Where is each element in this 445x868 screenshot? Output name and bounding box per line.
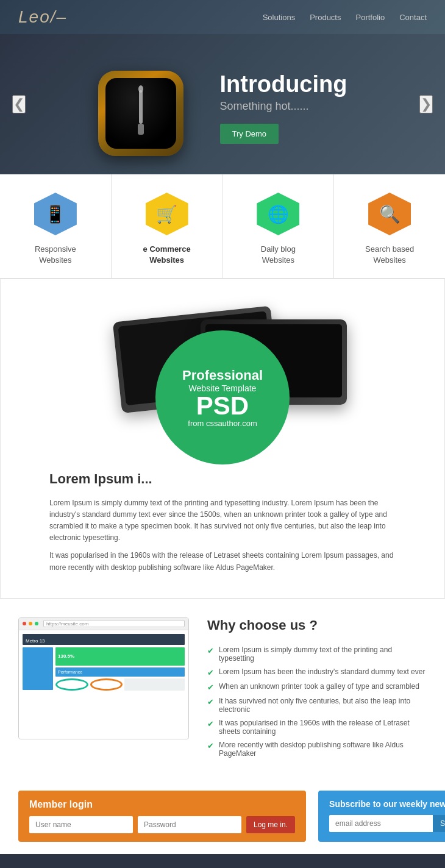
overlay-professional: Professional (182, 368, 263, 383)
feature-label-ecommerce: e Commerce Websites (121, 244, 213, 266)
why-heading: Why choose us ? (207, 617, 427, 633)
password-input[interactable] (138, 816, 241, 833)
overlay-psd: PSD (196, 393, 249, 419)
check-icon: ✔ (207, 741, 214, 750)
hex-icon-blog: 🌐 (257, 193, 299, 235)
fork-icon (126, 84, 156, 139)
feature-label-blog: Daily blog Websites (232, 244, 325, 266)
mock-performance-bar: 130.5% (55, 647, 185, 666)
username-input[interactable] (29, 816, 133, 833)
mock-sidebar (23, 647, 53, 690)
newsletter-box: Subscribe to our weekly newsletter Subsc… (318, 791, 445, 842)
check-icon: ✔ (207, 646, 214, 655)
hero-app-icon (98, 71, 183, 156)
hero-next-button[interactable]: ❯ (419, 95, 433, 113)
nav-solutions[interactable]: Solutions (263, 13, 295, 22)
footer: About Us About us Why us Customer Storie… (0, 854, 445, 868)
login-fields: Log me in. (29, 816, 295, 833)
svg-rect-0 (139, 90, 143, 124)
subscribe-button[interactable]: Subscribe (433, 815, 445, 832)
why-screenshot: https://meusite.com Metro 13 130.5% Perf… (18, 617, 189, 739)
login-button[interactable]: Log me in. (246, 816, 295, 833)
features-section: 📱 Responsive Websites 🛒 e Commerce Websi… (0, 174, 445, 279)
main-nav: Solutions Products Portfolio Contact (263, 13, 427, 22)
mock-main: 130.5% Performance (55, 647, 185, 691)
hero-section: ❮ Introducing Something hot...... Try De… (0, 34, 445, 174)
mock-app-header: Metro 13 (23, 634, 185, 645)
overlay-from: from cssauthor.com (188, 419, 257, 428)
showcase-section: Professional Website Template PSD from c… (0, 279, 445, 598)
list-item: ✔Lorem Ipsum has been the industry's sta… (207, 665, 427, 680)
hero-subheading: Something hot...... (220, 100, 347, 113)
newsletter-fields: Subscribe (329, 815, 445, 832)
mock-address-bar: https://meusite.com (43, 620, 185, 627)
why-list: ✔Lorem Ipsum is simply dummy text of the… (207, 643, 427, 760)
check-icon: ✔ (207, 683, 214, 692)
mock-max-dot (35, 622, 38, 625)
hex-icon-responsive: 📱 (34, 193, 77, 235)
check-icon: ✔ (207, 719, 214, 728)
hex-icon-search: 🔍 (368, 193, 411, 235)
showcase-devices: Professional Website Template PSD from c… (1, 279, 444, 456)
mock-table (124, 678, 185, 691)
showcase-paragraph1: Lorem Ipsum is simply dummy text of the … (49, 497, 396, 544)
list-item: ✔It has survived not only five centuries… (207, 694, 427, 716)
list-item: ✔More recently with desktop publishing s… (207, 738, 427, 760)
why-content: Why choose us ? ✔Lorem Ipsum is simply d… (207, 617, 427, 760)
list-item: ✔Lorem Ipsum is simply dummy text of the… (207, 643, 427, 665)
mock-min-dot (29, 622, 32, 625)
mock-close-dot (23, 622, 26, 625)
email-input[interactable] (329, 815, 433, 832)
member-login-box: Member login Log me in. (18, 791, 306, 842)
hex-icon-ecommerce: 🛒 (146, 193, 188, 235)
feature-blog[interactable]: 🌐 Daily blog Websites (223, 174, 335, 278)
cta-section: Member login Log me in. Subscribe to our… (0, 778, 445, 854)
nav-products[interactable]: Products (310, 13, 341, 22)
showcase-text: Lorem Ipsum i... Lorem Ipsum is simply d… (1, 456, 444, 597)
hero-text: Introducing Something hot...... Try Demo (220, 71, 347, 144)
check-icon: ✔ (207, 668, 214, 677)
newsletter-heading: Subscribe to our weekly newsletter (329, 799, 445, 809)
showcase-paragraph2: It was popularised in the 1960s with the… (49, 550, 396, 573)
list-item: ✔It was popularised in the 1960s with th… (207, 716, 427, 738)
nav-portfolio[interactable]: Portfolio (355, 13, 385, 22)
hero-heading: Introducing (220, 71, 347, 98)
mock-stats (55, 678, 185, 691)
nav-contact[interactable]: Contact (399, 13, 427, 22)
header: Leo/– Solutions Products Portfolio Conta… (0, 0, 445, 34)
feature-label-search: Search based Websites (343, 244, 436, 266)
feature-label-responsive: Responsive Websites (9, 244, 102, 266)
logo: Leo/– (18, 7, 67, 27)
feature-search[interactable]: 🔍 Search based Websites (334, 174, 445, 278)
why-section: https://meusite.com Metro 13 130.5% Perf… (0, 599, 445, 778)
list-item: ✔When an unknown printer took a galley o… (207, 680, 427, 694)
svg-point-1 (138, 85, 143, 93)
mock-stat-2 (90, 678, 123, 691)
try-demo-button[interactable]: Try Demo (220, 124, 279, 144)
feature-responsive[interactable]: 📱 Responsive Websites (0, 174, 112, 278)
psd-overlay: Professional Website Template PSD from c… (155, 330, 290, 464)
showcase-heading: Lorem Ipsum i... (49, 468, 396, 489)
mock-stat-1 (55, 678, 88, 691)
hero-prev-button[interactable]: ❮ (12, 95, 26, 113)
member-login-heading: Member login (29, 799, 295, 810)
feature-ecommerce[interactable]: 🛒 e Commerce Websites (112, 174, 223, 278)
check-icon: ✔ (207, 697, 214, 706)
svg-rect-2 (138, 124, 144, 135)
